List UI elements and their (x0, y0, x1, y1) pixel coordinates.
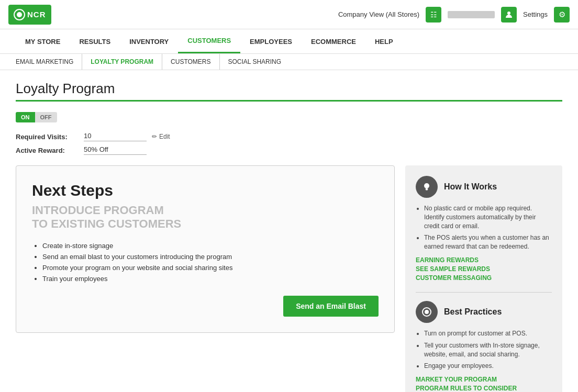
subnav-social-sharing[interactable]: SOCIAL SHARING (220, 54, 290, 70)
settings-gear-icon[interactable]: ⚙ (554, 7, 570, 23)
toggle-off-button[interactable]: OFF (35, 112, 57, 122)
nav-help[interactable]: HELP (365, 30, 403, 53)
list-item: Train your employees (42, 275, 379, 283)
badge-icon (416, 301, 438, 323)
send-email-blast-button[interactable]: Send an Email Blast (283, 296, 379, 317)
ncr-logo-icon (14, 9, 25, 20)
active-reward-value: 50% Off (84, 145, 147, 155)
required-visits-value: 10 (84, 132, 147, 141)
nav-inventory[interactable]: INVENTORY (120, 30, 178, 53)
market-your-program-link[interactable]: MARKET YOUR PROGRAM (416, 376, 552, 383)
best-practices-list: Turn on prompt for customer at POS. Tell… (416, 329, 552, 371)
how-it-works-title: How It Works (444, 182, 497, 192)
earning-rewards-link[interactable]: EARNING REWARDS (416, 256, 552, 264)
top-bar-right: Company View (All Stores) ☷ Settings ⚙ (338, 7, 570, 23)
pencil-icon: ✏ (152, 133, 157, 140)
list-item: Turn on prompt for customer at POS. (424, 329, 552, 338)
subtitle-line1: INTRODUCE PROGRAM (32, 204, 164, 217)
secondary-nav: EMAIL MARKETING LOYALTY PROGRAM CUSTOMER… (0, 54, 578, 70)
next-steps-list: Create in-store signage Send an email bl… (32, 242, 379, 283)
active-reward-label: Active Reward: (16, 147, 84, 154)
how-it-works-list: No plastic card or mobile app required. … (416, 204, 552, 251)
list-item: Promote your program on your website and… (42, 264, 379, 272)
fields-area: Required Visits: 10 ✏ Edit Active Reward… (16, 132, 562, 155)
active-reward-row: Active Reward: 50% Off (16, 145, 562, 155)
list-item: Create in-store signage (42, 242, 379, 250)
edit-label: Edit (159, 133, 170, 140)
nav-customers[interactable]: CUSTOMERS (178, 29, 240, 53)
best-practices-section: Best Practices Turn on prompt for custom… (416, 301, 552, 392)
customer-messaging-link[interactable]: CUSTOMER MESSAGING (416, 274, 552, 282)
company-view-label: Company View (All Stores) (338, 10, 419, 18)
next-steps-card: Next Steps INTRODUCE PROGRAM TO EXISTING… (16, 165, 395, 333)
list-item: No plastic card or mobile app required. … (424, 204, 552, 230)
how-it-works-section: How It Works No plastic card or mobile a… (416, 176, 552, 282)
page-title: Loyalty Program (16, 81, 562, 97)
svg-point-3 (424, 183, 429, 188)
lightbulb-icon (416, 176, 438, 198)
company-view-icon[interactable]: ☷ (426, 7, 441, 23)
toggle-row: ON OFF (16, 112, 562, 122)
logo: NCR (8, 5, 51, 25)
best-practices-header: Best Practices (416, 301, 552, 323)
program-rules-link[interactable]: PROGRAM RULES TO CONSIDER (416, 385, 552, 392)
nav-employees[interactable]: EMPLOYEES (240, 30, 302, 53)
top-bar: NCR Company View (All Stores) ☷ Settings… (0, 0, 578, 29)
user-name-blur (448, 11, 495, 18)
green-divider (16, 100, 562, 102)
svg-point-7 (425, 310, 429, 314)
left-panel: Next Steps INTRODUCE PROGRAM TO EXISTING… (16, 165, 395, 392)
list-item: Engage your employees. (424, 362, 552, 371)
svg-point-2 (507, 12, 510, 15)
svg-rect-5 (426, 189, 428, 191)
next-steps-title: Next Steps (32, 182, 379, 199)
required-visits-row: Required Visits: 10 ✏ Edit (16, 132, 562, 141)
section-divider (416, 292, 552, 293)
list-item: Send an email blast to your customers in… (42, 253, 379, 261)
subtitle-line2: TO EXISTING CUSTOMERS (32, 217, 181, 230)
subnav-customers[interactable]: CUSTOMERS (162, 54, 219, 70)
page-content: Loyalty Program ON OFF Required Visits: … (0, 70, 578, 392)
nav-ecommerce[interactable]: ECOMMERCE (302, 30, 365, 53)
toggle-on-button[interactable]: ON (16, 112, 35, 122)
logo-text: NCR (27, 10, 46, 19)
list-item: The POS alerts you when a customer has a… (424, 233, 552, 251)
settings-label[interactable]: Settings (523, 10, 548, 18)
avatar-icon[interactable] (501, 7, 517, 23)
svg-rect-4 (426, 188, 428, 189)
subnav-email-marketing[interactable]: EMAIL MARKETING (16, 54, 82, 70)
subnav-loyalty-program[interactable]: LOYALTY PROGRAM (82, 54, 162, 70)
nav-results[interactable]: RESULTS (70, 30, 120, 53)
primary-nav: MY STORE RESULTS INVENTORY CUSTOMERS EMP… (0, 29, 578, 54)
list-item: Tell your customers with In-store signag… (424, 341, 552, 359)
see-sample-rewards-link[interactable]: SEE SAMPLE REWARDS (416, 265, 552, 273)
main-layout: Next Steps INTRODUCE PROGRAM TO EXISTING… (16, 165, 562, 392)
how-it-works-header: How It Works (416, 176, 552, 198)
required-visits-label: Required Visits: (16, 133, 84, 141)
nav-my-store[interactable]: MY STORE (16, 30, 70, 53)
best-practices-title: Best Practices (444, 307, 502, 317)
svg-point-1 (17, 12, 22, 17)
next-steps-subtitle: INTRODUCE PROGRAM TO EXISTING CUSTOMERS (32, 204, 379, 231)
right-panel: How It Works No plastic card or mobile a… (405, 165, 562, 392)
edit-link[interactable]: ✏ Edit (152, 133, 170, 140)
